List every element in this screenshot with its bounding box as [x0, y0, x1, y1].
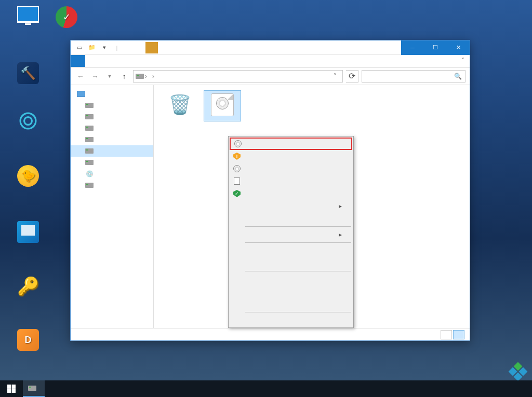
breadcrumb-chevron-icon[interactable]: › — [144, 73, 148, 80]
desktop-icon-cgi-backup[interactable] — [9, 62, 47, 86]
ctx-separator — [245, 312, 351, 312]
tab-manage[interactable] — [139, 55, 154, 67]
iso-icon — [210, 92, 235, 117]
file-iso[interactable] — [204, 90, 241, 121]
breadcrumb-chevron-icon[interactable]: › — [151, 73, 155, 80]
ctx-admin[interactable] — [230, 187, 352, 200]
search-input[interactable]: 🔍 — [362, 70, 466, 83]
shield-warning-icon — [233, 153, 241, 160]
windows-icon — [17, 221, 39, 243]
taskbar-item-explorer[interactable] — [23, 380, 45, 397]
ctx-separator — [245, 226, 351, 227]
nav-drive-c[interactable] — [71, 100, 153, 111]
ctx-mount[interactable] — [230, 138, 352, 150]
desktop-icon-win-password[interactable]: 🔑 — [9, 275, 47, 299]
context-menu: ▸ ▸ — [228, 136, 354, 328]
recycle-bin-icon: 🗑️ — [167, 92, 192, 117]
desktop-icon-this-pc[interactable] — [9, 6, 47, 25]
key-icon: 🔑 — [17, 275, 39, 297]
address-dropdown-icon[interactable]: ˅ — [330, 73, 340, 80]
desktop-icon-dism[interactable] — [9, 110, 47, 134]
start-button[interactable] — [0, 380, 23, 397]
qat-divider: | — [111, 42, 123, 53]
minimize-button[interactable]: ─ — [401, 40, 424, 55]
svg-point-1 — [24, 117, 32, 125]
ctx-send-to[interactable]: ▸ — [230, 228, 352, 241]
svg-point-0 — [20, 113, 36, 129]
nav-forward-button: → — [89, 71, 101, 82]
tab-share[interactable] — [100, 55, 114, 67]
maximize-button[interactable]: ☐ — [424, 40, 447, 55]
monitor-icon — [17, 6, 39, 23]
refresh-button[interactable]: ⟳ — [346, 70, 358, 83]
tab-home[interactable] — [85, 55, 100, 67]
view-details-button[interactable] — [441, 330, 452, 339]
nav-drive-g[interactable] — [71, 134, 153, 145]
drive-icon — [28, 384, 36, 392]
ctx-separator — [245, 242, 351, 243]
hammer-icon — [17, 62, 39, 84]
expand-ribbon-icon[interactable]: ˅ — [456, 55, 470, 67]
search-icon[interactable]: 🔍 — [454, 73, 462, 80]
submenu-arrow-icon: ▸ — [339, 202, 342, 210]
ctx-md5[interactable] — [230, 150, 352, 162]
desktop-icon-partition-assistant[interactable]: ✓ — [48, 6, 85, 30]
desktop-icon-diskgenius[interactable]: D — [9, 329, 47, 353]
status-bar — [71, 328, 470, 340]
address-bar: ← → ▼ ↑ › › ˅ ⟳ 🔍 — [71, 67, 470, 85]
shield-check-icon — [233, 190, 241, 197]
ctx-cut[interactable] — [230, 244, 352, 257]
nav-drive-x[interactable] — [71, 180, 153, 191]
notepad-icon — [234, 177, 240, 185]
taskbar[interactable] — [0, 380, 532, 397]
ctx-delete[interactable] — [230, 285, 352, 298]
diskgenius-icon: D — [17, 329, 39, 351]
ctx-copy[interactable] — [230, 257, 352, 269]
drive-icon — [136, 72, 144, 80]
nav-up-button[interactable]: ↑ — [118, 71, 130, 82]
dvd-icon: 💿 — [85, 170, 94, 178]
disc-icon — [233, 165, 241, 172]
watermark-icon — [509, 362, 528, 381]
breadcrumb-bar[interactable]: › › ˅ — [133, 70, 343, 83]
close-button[interactable]: ✕ — [447, 40, 470, 55]
pc-icon — [77, 90, 85, 98]
nav-this-pc[interactable] — [71, 88, 153, 100]
nav-recent-dropdown[interactable]: ▼ — [104, 71, 115, 82]
ctx-open-with[interactable] — [230, 212, 352, 225]
title-bar[interactable]: ▭ 📁 ▾ | ─ ☐ ✕ — [71, 40, 470, 55]
disc-icon — [234, 140, 242, 147]
navigation-pane[interactable]: 💿 — [71, 85, 154, 328]
windows-logo-icon — [7, 385, 16, 393]
ctx-7zip[interactable]: ▸ — [230, 200, 352, 212]
duck-icon: 🐤 — [17, 165, 39, 187]
ctx-shortcut[interactable] — [230, 273, 352, 285]
nav-drive-h[interactable] — [71, 145, 153, 157]
partition-icon: ✓ — [56, 6, 77, 28]
nav-drive-j[interactable]: 💿 — [71, 168, 153, 180]
qat-folder-icon[interactable]: 📁 — [86, 42, 98, 53]
desktop-icon-win-installer[interactable] — [9, 221, 47, 245]
ctx-notepad[interactable] — [230, 175, 352, 187]
ctx-imdisk[interactable] — [230, 162, 352, 175]
file-recycle-bin[interactable]: 🗑️ — [161, 90, 198, 121]
tab-file[interactable] — [71, 55, 85, 67]
contextual-tab-title — [145, 42, 158, 53]
ctx-rename[interactable] — [230, 298, 352, 310]
nav-drive-i[interactable] — [71, 157, 153, 168]
qat-properties-icon[interactable]: ▭ — [74, 42, 85, 53]
nav-back-button[interactable]: ← — [75, 71, 86, 82]
submenu-arrow-icon: ▸ — [339, 231, 342, 238]
watermark — [511, 365, 528, 378]
ctx-properties[interactable] — [230, 314, 352, 326]
nav-drive-d[interactable] — [71, 111, 153, 122]
desktop-icon-ghost-backup[interactable]: 🐤 — [9, 165, 47, 189]
dism-icon — [17, 110, 39, 132]
qat-dropdown-icon[interactable]: ▾ — [99, 42, 110, 53]
nav-drive-f[interactable] — [71, 122, 153, 134]
view-icons-button[interactable] — [453, 330, 464, 339]
ctx-separator — [245, 271, 351, 271]
tab-view[interactable] — [114, 55, 129, 67]
ribbon-tabs: ˅ — [71, 55, 470, 67]
